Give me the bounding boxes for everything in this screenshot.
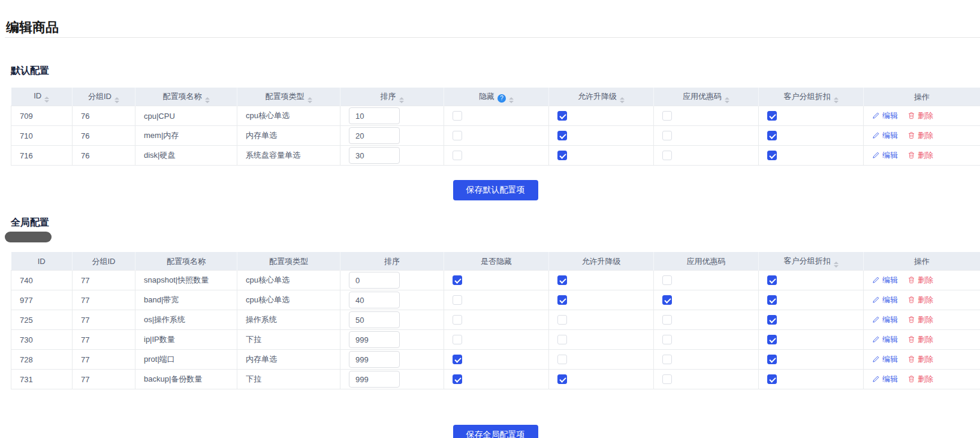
- checkbox-allow-upgrade[interactable]: [557, 355, 567, 364]
- sort-caret-icon[interactable]: [725, 97, 729, 103]
- checkbox-promo-code[interactable]: [662, 374, 672, 384]
- edit-button[interactable]: 编辑: [872, 354, 898, 365]
- section-title-default-config: 默认配置: [11, 65, 49, 77]
- checkbox-hidden[interactable]: [453, 295, 462, 305]
- cell-group-discount: [759, 310, 864, 330]
- sort-input[interactable]: [349, 311, 400, 328]
- checkbox-promo-code[interactable]: [662, 355, 672, 364]
- cell-promo-code: [654, 310, 759, 330]
- sort-caret-icon[interactable]: [620, 97, 625, 103]
- column-header-allow-upgrade[interactable]: 允许升降级: [549, 88, 654, 106]
- save-default-config-button[interactable]: 保存默认配置项: [453, 180, 538, 200]
- cell-sort: [340, 290, 444, 310]
- checkbox-promo-code[interactable]: [662, 275, 672, 285]
- cell-id: 731: [11, 370, 73, 389]
- checkbox-allow-upgrade[interactable]: [557, 374, 567, 384]
- column-label: 应用优惠码: [687, 257, 726, 266]
- delete-button[interactable]: 删除: [907, 334, 933, 345]
- sort-caret-icon[interactable]: [399, 97, 404, 103]
- delete-button[interactable]: 删除: [907, 314, 933, 325]
- checkbox-hidden[interactable]: [453, 151, 462, 160]
- delete-button[interactable]: 删除: [907, 110, 933, 121]
- sort-asc-arrow: [834, 97, 839, 100]
- sort-caret-icon[interactable]: [834, 97, 839, 103]
- checkbox-allow-upgrade[interactable]: [557, 111, 567, 121]
- checkbox-promo-code[interactable]: [662, 111, 672, 121]
- cell-actions: 编辑删除: [864, 310, 980, 330]
- checkbox-promo-code[interactable]: [662, 335, 672, 344]
- delete-button[interactable]: 删除: [907, 130, 933, 141]
- column-header-hidden[interactable]: 隐藏: [444, 88, 549, 106]
- delete-button[interactable]: 删除: [907, 295, 933, 305]
- checkbox-hidden[interactable]: [453, 374, 462, 384]
- delete-button[interactable]: 删除: [907, 354, 933, 365]
- cell-actions: 编辑删除: [864, 350, 980, 370]
- column-header-id[interactable]: ID: [11, 88, 73, 106]
- checkbox-hidden[interactable]: [453, 355, 462, 364]
- checkbox-allow-upgrade[interactable]: [557, 275, 567, 285]
- delete-button[interactable]: 删除: [907, 275, 933, 286]
- help-icon[interactable]: [497, 94, 506, 103]
- sort-caret-icon[interactable]: [834, 262, 839, 268]
- column-header-group-discount[interactable]: 客户分组折扣: [759, 253, 864, 271]
- checkbox-group-discount[interactable]: [767, 131, 777, 140]
- sort-input[interactable]: [349, 127, 400, 144]
- edit-button[interactable]: 编辑: [872, 334, 898, 345]
- edit-button[interactable]: 编辑: [872, 374, 898, 385]
- checkbox-group-discount[interactable]: [767, 295, 777, 305]
- sort-input[interactable]: [349, 272, 400, 289]
- checkbox-hidden[interactable]: [453, 111, 462, 121]
- column-header-promo-code[interactable]: 应用优惠码: [654, 88, 759, 106]
- checkbox-group-discount[interactable]: [767, 275, 777, 285]
- sort-caret-icon[interactable]: [205, 97, 210, 103]
- edit-button[interactable]: 编辑: [872, 150, 898, 161]
- checkbox-allow-upgrade[interactable]: [557, 295, 567, 305]
- edit-button[interactable]: 编辑: [872, 130, 898, 141]
- column-label: 是否隐藏: [481, 257, 512, 266]
- save-global-config-button[interactable]: 保存全局配置项: [453, 425, 538, 438]
- sort-input[interactable]: [349, 371, 400, 388]
- delete-button[interactable]: 删除: [907, 150, 933, 161]
- column-header-sort[interactable]: 排序: [340, 88, 444, 106]
- sort-caret-icon[interactable]: [44, 97, 49, 103]
- checkbox-hidden[interactable]: [453, 131, 462, 140]
- sort-caret-icon[interactable]: [509, 97, 514, 103]
- checkbox-promo-code[interactable]: [662, 151, 672, 160]
- sort-input[interactable]: [349, 147, 400, 164]
- checkbox-promo-code[interactable]: [662, 315, 672, 325]
- edit-button[interactable]: 编辑: [872, 275, 898, 286]
- edit-button[interactable]: 编辑: [872, 110, 898, 121]
- column-header-group_id[interactable]: 分组ID: [73, 88, 135, 106]
- column-header-type[interactable]: 配置项类型: [237, 88, 340, 106]
- checkbox-group-discount[interactable]: [767, 374, 777, 384]
- checkbox-group-discount[interactable]: [767, 315, 777, 325]
- checkbox-group-discount[interactable]: [767, 111, 777, 121]
- checkbox-hidden[interactable]: [453, 315, 462, 325]
- checkbox-allow-upgrade[interactable]: [557, 131, 567, 140]
- sort-desc-arrow: [834, 101, 839, 103]
- checkbox-hidden[interactable]: [453, 275, 462, 285]
- checkbox-promo-code[interactable]: [662, 295, 672, 305]
- column-label: 配置项名称: [163, 92, 202, 101]
- column-header-name[interactable]: 配置项名称: [135, 88, 237, 106]
- cell-id: 709: [11, 106, 73, 126]
- column-header-group-discount[interactable]: 客户分组折扣: [759, 88, 864, 106]
- checkbox-group-discount[interactable]: [767, 151, 777, 160]
- delete-label: 删除: [918, 374, 933, 385]
- checkbox-allow-upgrade[interactable]: [557, 315, 567, 325]
- sort-caret-icon[interactable]: [307, 97, 312, 103]
- checkbox-allow-upgrade[interactable]: [557, 335, 567, 344]
- edit-button[interactable]: 编辑: [872, 295, 898, 305]
- checkbox-group-discount[interactable]: [767, 355, 777, 364]
- checkbox-promo-code[interactable]: [662, 131, 672, 140]
- sort-input[interactable]: [349, 292, 400, 308]
- checkbox-allow-upgrade[interactable]: [557, 151, 567, 160]
- sort-caret-icon[interactable]: [114, 97, 119, 103]
- delete-button[interactable]: 删除: [907, 374, 933, 385]
- sort-input[interactable]: [349, 107, 400, 124]
- checkbox-hidden[interactable]: [453, 335, 462, 344]
- checkbox-group-discount[interactable]: [767, 335, 777, 344]
- edit-button[interactable]: 编辑: [872, 314, 898, 325]
- sort-input[interactable]: [349, 351, 400, 368]
- sort-input[interactable]: [349, 331, 400, 348]
